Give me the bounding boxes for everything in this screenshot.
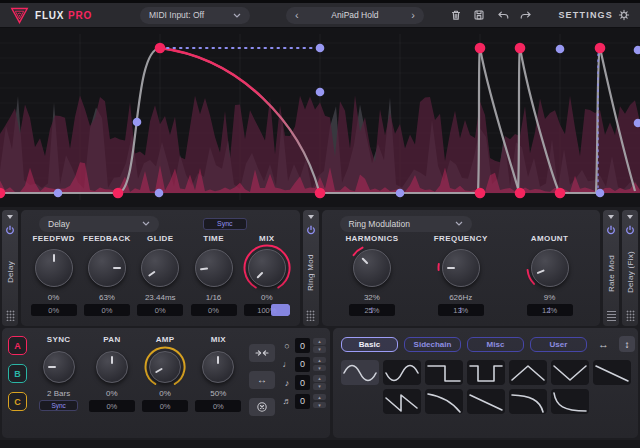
shape-tab-misc[interactable]: Misc: [467, 337, 524, 352]
save-icon[interactable]: [473, 9, 485, 21]
envelope-point-purple[interactable]: [54, 189, 63, 198]
midi-input-dropdown[interactable]: MIDI Input: Off: [140, 7, 250, 24]
decrement-button[interactable]: ▾: [313, 383, 326, 390]
envelope-point-pink[interactable]: [475, 188, 486, 199]
shape-saw-step[interactable]: [383, 389, 421, 414]
amp-mod-box[interactable]: 0%: [142, 400, 188, 412]
prev-preset-button[interactable]: ‹: [295, 10, 299, 21]
pan-mod-box[interactable]: 0%: [89, 400, 135, 412]
drag-grip-icon[interactable]: [626, 310, 635, 321]
collapse-triangle-icon[interactable]: [608, 215, 614, 219]
frequency-mod-box[interactable]: 13%↕: [438, 304, 484, 316]
envelope-point-pink[interactable]: [155, 43, 166, 54]
mix-mod-box[interactable]: 100%: [244, 304, 290, 316]
half-note-value[interactable]: 0: [295, 357, 310, 372]
mix-knob[interactable]: [248, 249, 286, 287]
envelope-editor[interactable]: [0, 28, 640, 207]
increment-button[interactable]: ▴: [313, 394, 326, 401]
power-icon[interactable]: [306, 225, 316, 235]
envelope-point-pink[interactable]: [595, 43, 606, 54]
increment-button[interactable]: ▴: [313, 375, 326, 382]
trash-icon[interactable]: [450, 9, 462, 21]
shape-sine-inv[interactable]: [383, 360, 421, 385]
shape-triangle-inv[interactable]: [551, 360, 589, 385]
preset-selector[interactable]: ‹ AniPad Hold ›: [286, 7, 424, 24]
envelope-point-purple[interactable]: [634, 46, 640, 55]
amount-knob[interactable]: [531, 249, 569, 287]
shape-tab-user[interactable]: User: [530, 337, 587, 352]
envelope-point-purple[interactable]: [596, 189, 605, 198]
envelope-point-purple[interactable]: [396, 189, 405, 198]
envelope-point-pink[interactable]: [515, 188, 526, 199]
shape-decay-concave[interactable]: [425, 389, 463, 414]
vertical-flip-button[interactable]: ↕: [619, 336, 635, 352]
redo-icon[interactable]: [520, 9, 533, 21]
envelope-point-pink[interactable]: [113, 188, 124, 199]
next-preset-button[interactable]: ›: [411, 10, 415, 21]
amp-knob[interactable]: [149, 351, 181, 383]
slot-button-a[interactable]: A: [8, 336, 27, 355]
pan-knob[interactable]: [96, 351, 128, 383]
delay-type-dropdown[interactable]: Delay: [39, 216, 159, 232]
collapse-triangle-icon[interactable]: [627, 215, 633, 219]
settings-button[interactable]: SETTINGS: [558, 9, 630, 21]
harmonics-mod-box[interactable]: 25%↕: [349, 304, 395, 316]
shape-tab-basic[interactable]: Basic: [341, 337, 398, 352]
envelope-point-purple[interactable]: [316, 44, 325, 53]
drag-grip-icon[interactable]: [6, 310, 15, 321]
undo-icon[interactable]: [496, 9, 509, 21]
power-icon[interactable]: [5, 225, 15, 235]
module-tab-delay[interactable]: Delay: [2, 210, 18, 326]
feedback-knob[interactable]: [88, 249, 126, 287]
whole-note-value[interactable]: 0: [295, 338, 310, 353]
envelope-point-purple[interactable]: [316, 88, 325, 97]
amount-mod-box[interactable]: 12%↕: [527, 304, 573, 316]
ring-mod-type-dropdown[interactable]: Ring Modulation: [340, 216, 472, 232]
decrement-button[interactable]: ▾: [313, 402, 326, 409]
envelope-point-pink[interactable]: [555, 188, 566, 199]
expand-arrows-button[interactable]: ↔: [249, 371, 275, 389]
envelope-point-pink[interactable]: [515, 43, 526, 54]
shape-sine[interactable]: [341, 360, 379, 385]
power-icon[interactable]: [625, 225, 635, 235]
envelope-point-purple[interactable]: [556, 45, 565, 54]
envelope-point-pink[interactable]: [315, 188, 326, 199]
increment-button[interactable]: ▴: [313, 338, 326, 345]
sync-sync-toggle[interactable]: Sync: [39, 400, 77, 411]
time-mod-box[interactable]: 0%: [191, 304, 237, 316]
sync-knob[interactable]: [43, 351, 75, 383]
feedback-mod-box[interactable]: 0%: [84, 304, 130, 316]
decrement-button[interactable]: ▾: [313, 346, 326, 353]
slot-button-c[interactable]: C: [8, 392, 27, 411]
decrement-button[interactable]: ▾: [313, 365, 326, 372]
sixteenth-note-value[interactable]: 0: [295, 394, 310, 409]
harmonics-knob[interactable]: [353, 249, 391, 287]
feedfwd-mod-box[interactable]: 0%: [31, 304, 77, 316]
slot-button-b[interactable]: B: [8, 364, 27, 383]
module-tab-rate-mod[interactable]: Rate Mod: [603, 210, 619, 326]
module-tab-delay-fix[interactable]: Delay (Fix): [622, 210, 638, 326]
shape-tab-sidechain[interactable]: Sidechain: [404, 337, 461, 352]
shape-hold-drop[interactable]: [509, 389, 547, 414]
circle-x-button[interactable]: [249, 398, 275, 416]
glide-knob[interactable]: [141, 249, 179, 287]
shape-ramp-down[interactable]: [467, 389, 505, 414]
time-knob[interactable]: [195, 249, 233, 287]
eighth-note-value[interactable]: 0: [295, 375, 310, 390]
module-tab-ring-mod[interactable]: Ring Mod: [303, 210, 319, 326]
delay-sync-toggle[interactable]: Sync: [203, 218, 247, 230]
envelope-point-purple[interactable]: [155, 189, 164, 198]
increment-button[interactable]: ▴: [313, 357, 326, 364]
collapse-triangle-icon[interactable]: [7, 215, 13, 219]
shape-triangle[interactable]: [509, 360, 547, 385]
drag-lines-icon[interactable]: [607, 311, 616, 321]
shape-square-inv[interactable]: [467, 360, 505, 385]
drag-grip-icon[interactable]: [306, 310, 315, 321]
shape-ramp-down[interactable]: [593, 360, 631, 385]
envelope-point-pink[interactable]: [475, 43, 486, 54]
horizontal-flip-icon[interactable]: ↔: [598, 338, 609, 350]
frequency-knob[interactable]: [442, 249, 480, 287]
power-icon[interactable]: [606, 225, 616, 235]
converge-arrows-button[interactable]: [249, 344, 275, 362]
mix-mod-box[interactable]: 0%: [195, 400, 241, 412]
